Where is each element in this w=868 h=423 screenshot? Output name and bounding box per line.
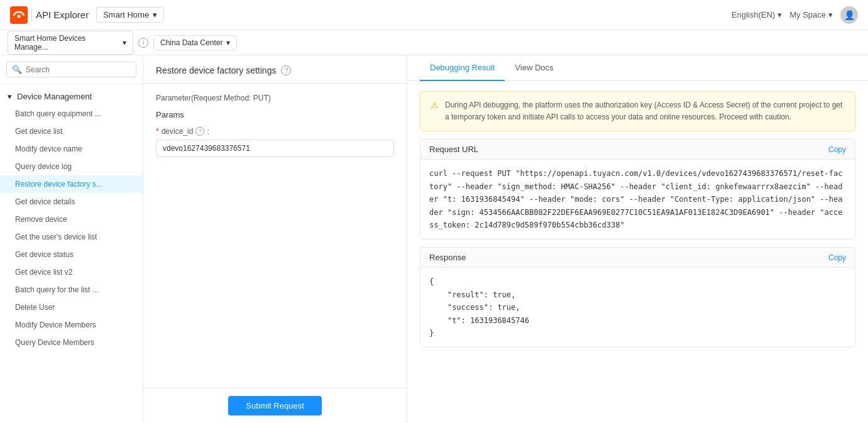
sidebar-item-get-device-status[interactable]: Get device status (0, 246, 143, 263)
myspace-button[interactable]: My Space ▾ (789, 10, 833, 19)
sidebar-item-batch-query-list[interactable]: Batch query for the list ... (0, 281, 143, 299)
product-dropdown[interactable]: Smart Home ▾ (96, 7, 164, 23)
alert-box: ⚠ During API debugging, the platform use… (420, 91, 855, 131)
tuya-logo: API Explorer (10, 6, 89, 24)
right-tabs: Debugging Result View Docs (407, 55, 868, 81)
request-url-section: Request URL Copy curl --request PUT "htt… (420, 139, 855, 239)
sidebar-item-query-device-members[interactable]: Query Device Members (0, 334, 143, 351)
sidebar-group-device-management[interactable]: ▾ Device Management (0, 88, 143, 105)
language-label: English(EN) (732, 10, 775, 19)
panel-header: Restore device factory settings ? (143, 55, 407, 84)
chevron-down-icon: ▾ (153, 10, 157, 19)
response-content: { "result": true, "success": true, "t": … (420, 268, 855, 347)
sidebar-item-get-device-list[interactable]: Get device list (0, 123, 143, 140)
help-icon[interactable]: ? (281, 65, 291, 75)
app-title: API Explorer (36, 9, 89, 20)
tab-view-docs[interactable]: View Docs (505, 55, 563, 81)
request-url-header: Request URL Copy (420, 140, 855, 160)
sidebar-item-delete-user[interactable]: Delete User (0, 299, 143, 316)
params-title: Params (156, 110, 394, 119)
sub-nav: Smart Home Devices Manage... ▾ i China D… (0, 30, 868, 55)
right-panel: Debugging Result View Docs ⚠ During API … (407, 55, 868, 423)
search-input[interactable] (26, 65, 131, 74)
panel-footer: Submit Request (143, 388, 407, 423)
group-chevron-icon: ▾ (8, 92, 12, 101)
response-title: Response (429, 253, 466, 262)
myspace-label: My Space (789, 10, 826, 19)
logo-divider (31, 9, 32, 21)
search-box: 🔍 (0, 55, 143, 84)
product-label: Smart Home (103, 10, 149, 19)
field-label-device-id: * device_id ? : (156, 127, 394, 136)
datacenter-label: China Data Center (160, 38, 222, 47)
sidebar-item-modify-device-name[interactable]: Modify device name (0, 140, 143, 158)
datacenter-dropdown[interactable]: China Data Center ▾ (153, 35, 237, 50)
info-icon[interactable]: i (138, 38, 148, 48)
alert-text: During API debugging, the platform uses … (445, 99, 845, 123)
datacenter-chevron-icon: ▾ (226, 38, 230, 47)
submit-button[interactable]: Submit Request (228, 396, 322, 415)
method-label: Parameter(Request Method: PUT) (156, 94, 394, 102)
response-section: Response Copy { "result": true, "success… (420, 247, 855, 348)
sidebar-content: ▾ Device Management Batch query equipmen… (0, 84, 143, 423)
panel-title: Restore device factory settings (156, 65, 276, 75)
sidebar-item-get-device-list-v2[interactable]: Get device list v2 (0, 263, 143, 281)
sidebar-item-get-device-details[interactable]: Get device details (0, 193, 143, 211)
search-icon: 🔍 (12, 65, 22, 74)
sidebar: 🔍 ▾ Device Management Batch query equipm… (0, 55, 143, 423)
field-colon: : (207, 127, 209, 136)
group-label: Device Management (17, 92, 92, 101)
myspace-chevron-icon: ▾ (828, 10, 833, 19)
breadcrumb-dropdown[interactable]: Smart Home Devices Manage... ▾ (8, 31, 133, 55)
center-panel: Restore device factory settings ? Parame… (143, 55, 407, 423)
params-section: Params * device_id ? : (156, 110, 394, 157)
sidebar-item-query-device-log[interactable]: Query device log (0, 158, 143, 175)
svg-point-0 (18, 14, 21, 18)
sidebar-item-restore-factory[interactable]: Restore device factory s... (0, 175, 143, 193)
sidebar-item-modify-device-members[interactable]: Modify Device Members (0, 316, 143, 334)
main-layout: 🔍 ▾ Device Management Batch query equipm… (0, 55, 868, 423)
response-header: Response Copy (420, 248, 855, 268)
copy-request-url-button[interactable]: Copy (828, 145, 846, 154)
sidebar-item-batch-query-equipment[interactable]: Batch query equipment ... (0, 105, 143, 123)
sidebar-item-get-users-device-list[interactable]: Get the user's device list (0, 228, 143, 246)
tuya-logo-icon (10, 6, 28, 24)
alert-icon: ⚠ (431, 100, 439, 110)
nav-right: English(EN) ▾ My Space ▾ 👤 (732, 6, 858, 24)
field-info-icon[interactable]: ? (195, 127, 204, 136)
panel-body: Parameter(Request Method: PUT) Params * … (143, 84, 407, 388)
breadcrumb-label: Smart Home Devices Manage... (14, 34, 119, 52)
request-url-title: Request URL (429, 145, 478, 154)
field-row-device-id: * device_id ? : (156, 127, 394, 157)
breadcrumb-chevron-icon: ▾ (123, 38, 126, 47)
request-url-content: curl --request PUT "https://openapi.tuya… (420, 160, 855, 239)
language-switcher[interactable]: English(EN) ▾ (732, 10, 782, 19)
sidebar-item-remove-device[interactable]: Remove device (0, 211, 143, 228)
search-input-wrap[interactable]: 🔍 (6, 62, 136, 77)
lang-chevron-icon: ▾ (777, 10, 782, 19)
user-avatar[interactable]: 👤 (840, 6, 858, 24)
field-name-device-id: device_id (162, 127, 194, 136)
top-nav: API Explorer Smart Home ▾ English(EN) ▾ … (0, 0, 868, 30)
required-star: * (156, 127, 159, 136)
device-id-input[interactable] (156, 140, 394, 157)
tab-debugging-result[interactable]: Debugging Result (420, 55, 505, 81)
copy-response-button[interactable]: Copy (828, 253, 846, 262)
right-body: ⚠ During API debugging, the platform use… (407, 81, 868, 423)
